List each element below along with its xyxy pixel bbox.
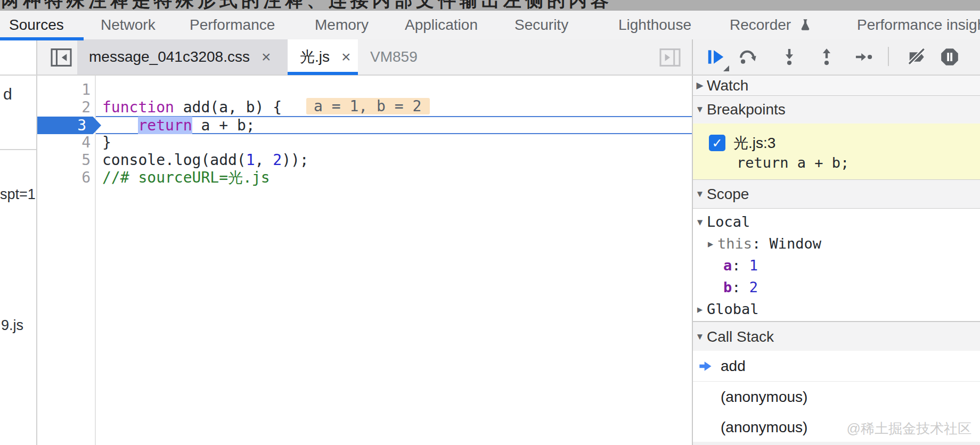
current-frame-icon bbox=[698, 359, 713, 374]
paused-line-number: 3 bbox=[77, 117, 86, 134]
section-watch[interactable]: ▶ Watch bbox=[693, 76, 980, 96]
section-label: Scope bbox=[707, 186, 749, 203]
active-tab-underline bbox=[0, 37, 84, 40]
file-tab-label: 光.js bbox=[300, 47, 330, 67]
clipped-page-title-strip: 两种特殊注释是特殊形式的注释、连接内部文件输出左侧的内容 bbox=[0, 0, 980, 11]
breakpoint-location[interactable]: 光.js:3 bbox=[733, 133, 775, 153]
breakpoint-badge[interactable]: 3 bbox=[37, 117, 101, 134]
navigator-text-fragment: spt=1 bbox=[0, 186, 36, 203]
watermark: @稀土掘金技术社区 bbox=[847, 419, 971, 438]
tab-performance[interactable]: Performance bbox=[190, 11, 275, 39]
code-line-2[interactable]: function add(a, b) { bbox=[102, 98, 291, 116]
file-tab-css[interactable]: message_041c3208.css × bbox=[77, 39, 288, 75]
section-label: Call Stack bbox=[707, 328, 774, 345]
scope-var-this[interactable]: ▶ this: Window bbox=[704, 233, 980, 254]
line-number[interactable]: 6 bbox=[43, 169, 91, 186]
pane-footer bbox=[693, 442, 980, 445]
section-breakpoints[interactable]: ▼ Breakpoints bbox=[693, 96, 980, 124]
chevron-down-icon[interactable]: ▼ bbox=[693, 332, 707, 342]
chevron-right-icon[interactable]: ▶ bbox=[693, 80, 707, 91]
step-out-button[interactable] bbox=[816, 47, 837, 67]
line-number[interactable]: 2 bbox=[43, 98, 91, 116]
toggle-navigator-button[interactable] bbox=[50, 48, 72, 67]
tab-security[interactable]: Security bbox=[514, 11, 568, 39]
active-file-tab-underline bbox=[288, 72, 358, 75]
navigator-sliver: d spt=1 9.js bbox=[0, 39, 36, 445]
code-line-4[interactable]: } bbox=[102, 134, 111, 151]
show-right-panel-icon bbox=[659, 48, 681, 67]
tab-performance-insights[interactable]: Performance insights bbox=[857, 11, 980, 39]
strip-bottom-border bbox=[0, 75, 980, 76]
breakpoint-entry[interactable]: ✓ 光.js:3 return a + b; bbox=[693, 123, 980, 179]
close-icon[interactable]: × bbox=[262, 48, 271, 66]
chevron-right-icon[interactable]: ▶ bbox=[693, 304, 707, 315]
flask-icon bbox=[798, 18, 812, 32]
step-over-button[interactable] bbox=[737, 47, 757, 67]
step-over-icon bbox=[737, 47, 757, 67]
step-into-icon bbox=[779, 47, 799, 67]
deactivate-breakpoints-button[interactable] bbox=[907, 47, 927, 67]
code-line-5[interactable]: console.log(add(1, 2)); bbox=[102, 151, 309, 169]
file-tab-vm[interactable]: VM859 bbox=[370, 39, 429, 75]
scope-var-a[interactable]: a: 1 bbox=[723, 254, 980, 276]
chevron-down-icon[interactable]: ▼ bbox=[693, 104, 707, 115]
chevron-down-icon[interactable]: ▼ bbox=[693, 217, 707, 227]
file-tab-js-active[interactable]: 光.js × bbox=[288, 39, 358, 75]
step-icon bbox=[854, 47, 874, 67]
call-stack-frame-anonymous[interactable]: (anonymous) bbox=[693, 382, 980, 413]
chevron-right-icon[interactable]: ▶ bbox=[704, 238, 717, 249]
section-label: Breakpoints bbox=[707, 101, 786, 118]
tab-sources[interactable]: Sources bbox=[9, 11, 64, 39]
step-into-button[interactable] bbox=[779, 47, 799, 67]
pause-on-exceptions-icon bbox=[940, 47, 960, 67]
chevron-down-icon[interactable]: ▼ bbox=[693, 189, 707, 200]
file-tab-label: message_041c3208.css bbox=[89, 48, 250, 65]
call-stack-frame-add[interactable]: add bbox=[693, 351, 980, 382]
toolbar-divider bbox=[888, 47, 889, 66]
devtools-tab-bar: Sources Network Performance Memory Appli… bbox=[0, 11, 980, 40]
code-line-3[interactable]: return a + b; bbox=[102, 117, 255, 134]
navigator-divider bbox=[0, 149, 36, 150]
scope-var-b[interactable]: b: 2 bbox=[723, 276, 980, 298]
code-line-6[interactable]: //# sourceURL=光.js bbox=[102, 169, 270, 186]
section-scope[interactable]: ▼ Scope bbox=[693, 179, 980, 209]
resume-button[interactable] bbox=[706, 47, 726, 67]
navigator-text-fragment: 9.js bbox=[1, 317, 23, 334]
line-number[interactable]: 4 bbox=[43, 134, 91, 151]
step-button[interactable] bbox=[854, 47, 874, 67]
section-call-stack[interactable]: ▼ Call Stack bbox=[693, 322, 980, 352]
tab-memory[interactable]: Memory bbox=[315, 11, 369, 39]
pause-on-exceptions-button[interactable] bbox=[940, 47, 960, 67]
breakpoint-checkbox[interactable]: ✓ bbox=[709, 135, 725, 151]
show-panel-button[interactable] bbox=[659, 48, 681, 67]
file-tab-label: VM859 bbox=[370, 48, 418, 65]
hide-navigator-icon bbox=[50, 48, 72, 67]
tab-lighthouse[interactable]: Lighthouse bbox=[618, 11, 691, 39]
line-number[interactable]: 1 bbox=[43, 81, 91, 98]
scope-group-global[interactable]: ▶ Global bbox=[693, 298, 980, 320]
long-press-corner-icon bbox=[723, 65, 729, 71]
deactivate-breakpoints-icon bbox=[907, 47, 927, 67]
tab-application[interactable]: Application bbox=[405, 11, 478, 39]
devtools-window: 两种特殊注释是特殊形式的注释、连接内部文件输出左侧的内容 Sources Net… bbox=[0, 0, 980, 445]
breakpoint-code[interactable]: return a + b; bbox=[737, 154, 849, 171]
navigator-text-fragment: d bbox=[3, 85, 12, 103]
section-label: Watch bbox=[707, 77, 748, 94]
tab-network[interactable]: Network bbox=[101, 11, 156, 39]
resume-icon bbox=[706, 47, 726, 67]
tab-recorder[interactable]: Recorder bbox=[730, 11, 812, 39]
clipped-page-title: 两种特殊注释是特殊形式的注释、连接内部文件输出左侧的内容 bbox=[1, 0, 612, 11]
line-number[interactable]: 5 bbox=[43, 151, 91, 169]
close-icon[interactable]: × bbox=[341, 48, 351, 66]
step-out-icon bbox=[816, 47, 837, 67]
inline-eval-hint: a = 1, b = 2 bbox=[306, 98, 430, 114]
scope-group-local[interactable]: ▼ Local bbox=[693, 211, 980, 233]
